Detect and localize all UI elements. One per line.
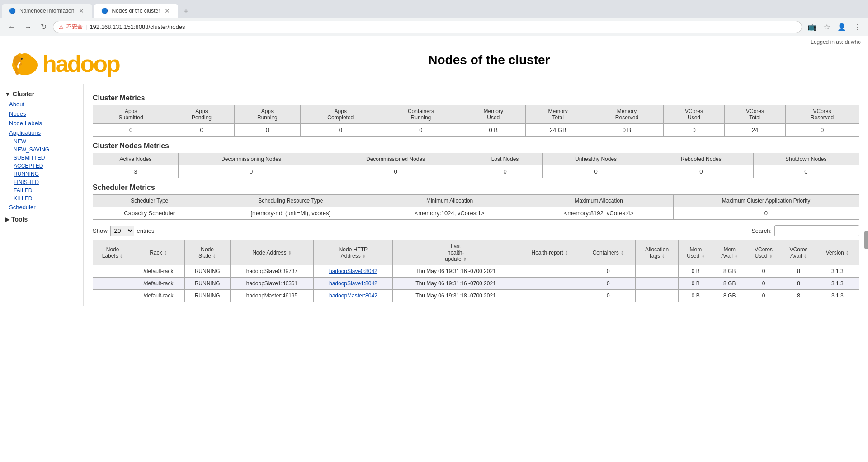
search-input[interactable] [774,225,859,236]
table-cell: 0 B [679,265,713,278]
cm-val-7: 0 B [590,124,664,137]
sm-header-4: Maximum Cluster Application Priority [673,195,859,207]
table-cell: 0 B [679,290,713,302]
table-cell: 0 [746,290,781,302]
table-cell: hadoopSlave1:46361 [230,278,314,290]
th-vcores-used[interactable]: VCoresUsed ⇕ [746,240,781,265]
table-cell: 8 [781,278,816,290]
reload-button[interactable]: ↻ [38,21,49,33]
table-cell: /default-rack [132,265,185,278]
cm-val-8: 0 [663,124,724,137]
th-rack[interactable]: Rack ⇕ [132,240,185,265]
sidebar-link-nodes[interactable]: Nodes [9,110,26,117]
th-mem-avail[interactable]: MemAvail ⇕ [713,240,746,265]
th-health-report[interactable]: Health-report ⇕ [519,240,581,265]
sidebar-item-running[interactable]: RUNNING [0,170,83,178]
th-node-address[interactable]: Node Address ⇕ [230,240,314,265]
sidebar-item-about[interactable]: About [0,99,83,109]
sidebar-link-submitted[interactable]: SUBMITTED [14,155,45,161]
sidebar-link-scheduler[interactable]: Scheduler [9,204,36,211]
profile-icon[interactable]: 👤 [835,21,848,33]
table-cell: Thu May 06 19:31:16 -0700 2021 [393,278,519,290]
svg-point-4 [21,58,23,60]
sidebar-link-applications[interactable]: Applications [9,129,41,136]
tab-close-2[interactable]: ✕ [164,7,171,14]
scrollbar[interactable] [864,231,868,249]
entries-select[interactable]: 10 20 50 100 [110,226,134,236]
address-bar[interactable]: ⚠ 不安全 | 192.168.131.151:8088/cluster/nod… [53,21,802,33]
hadoop-brand-text: hadoop [42,52,119,75]
address-separator: | [85,24,87,30]
sidebar-item-nodes[interactable]: Nodes [0,109,83,118]
sidebar-item-killed[interactable]: KILLED [0,194,83,203]
sm-header-3: Maximum Allocation [524,195,674,207]
table-cell[interactable]: hadoopSlave1:8042 [314,278,393,290]
show-entries-control: Show 10 20 50 100 entries [93,226,155,236]
sm-val-4: 0 [673,207,859,220]
th-version[interactable]: Version ⇕ [816,240,859,265]
sidebar-item-submitted[interactable]: SUBMITTED [0,154,83,162]
back-button[interactable]: ← [5,21,18,33]
page-header: Logged in as: dr.who [0,36,868,48]
table-row: /default-rackRUNNINGhadoopSlave1:46361ha… [93,278,859,290]
table-cell [519,290,581,302]
table-cell[interactable]: hadoopMaster:8042 [314,290,393,302]
table-cell: 8 [781,290,816,302]
table-cell [636,265,679,278]
cnm-val-3: 0 [467,165,542,178]
new-tab-button[interactable]: + [178,5,194,18]
sidebar-link-finished[interactable]: FINISHED [14,179,39,185]
th-containers[interactable]: Containers ⇕ [581,240,635,265]
sidebar-link-running[interactable]: RUNNING [14,171,39,177]
node-http-link[interactable]: hadoopMaster:8042 [329,292,377,299]
sidebar-item-accepted[interactable]: ACCEPTED [0,162,83,170]
sidebar-item-node-labels[interactable]: Node Labels [0,118,83,128]
tools-toggle-arrow: ▶ [5,216,9,223]
cast-icon[interactable]: 📺 [806,21,818,33]
page-wrapper: Logged in as: dr.who hadoop Nodes of the [0,36,868,462]
sidebar-cluster-toggle[interactable]: ▼ Cluster [0,89,83,99]
node-http-link[interactable]: hadoopSlave0:8042 [329,268,377,274]
th-node-http[interactable]: Node HTTPAddress ⇕ [314,240,393,265]
sidebar-link-new[interactable]: NEW [14,138,26,145]
sidebar-item-finished[interactable]: FINISHED [0,178,83,186]
sidebar-link-node-labels[interactable]: Node Labels [9,120,42,127]
th-node-state[interactable]: NodeState ⇕ [184,240,230,265]
cm-header-1: AppsPending [169,105,235,124]
sidebar-cluster-section: ▼ Cluster About Nodes Node Labels Applic… [0,89,83,212]
tab-cluster-nodes[interactable]: 🔵 Nodes of the cluster ✕ [94,4,178,18]
sidebar-link-about[interactable]: About [9,101,24,108]
sidebar-link-new-saving[interactable]: NEW_SAVING [14,146,49,153]
sidebar-link-killed[interactable]: KILLED [14,195,32,202]
th-node-labels[interactable]: NodeLabels ⇕ [93,240,132,265]
cm-val-1: 0 [169,124,235,137]
menu-icon[interactable]: ⋮ [852,21,863,33]
sidebar-item-applications[interactable]: Applications [0,128,83,137]
sidebar-tools-label: Tools [11,216,28,223]
sidebar-item-failed[interactable]: FAILED [0,186,83,194]
forward-button[interactable]: → [22,21,34,33]
bookmark-icon[interactable]: ☆ [822,21,832,33]
tab-namenode[interactable]: 🔵 Namenode information ✕ [2,4,92,18]
th-last-update[interactable]: Lasthealth-update ⇕ [393,240,519,265]
table-cell: 0 [581,265,635,278]
sidebar-link-accepted[interactable]: ACCEPTED [14,163,43,169]
th-mem-used[interactable]: MemUsed ⇕ [679,240,713,265]
sidebar-tools-toggle[interactable]: ▶ Tools [0,214,83,225]
th-vcores-avail[interactable]: VCoresAvail ⇕ [781,240,816,265]
logged-in-label: Logged in as: dr.who [811,39,861,45]
sidebar-item-scheduler[interactable]: Scheduler [0,203,83,212]
cm-header-5: MemoryUsed [461,105,526,124]
sidebar-item-new-saving[interactable]: NEW_SAVING [0,146,83,154]
sm-val-0: Capacity Scheduler [93,207,206,220]
sidebar-item-new[interactable]: NEW [0,137,83,146]
tab-close-1[interactable]: ✕ [78,7,85,14]
cm-header-0: AppsSubmitted [93,105,169,124]
table-cell [93,265,132,278]
hadoop-logo: hadoop [9,48,119,80]
th-allocation-tags[interactable]: AllocationTags ⇕ [636,240,679,265]
content-area: Cluster Metrics AppsSubmitted AppsPendin… [84,84,868,306]
node-http-link[interactable]: hadoopSlave1:8042 [329,280,377,287]
table-cell[interactable]: hadoopSlave0:8042 [314,265,393,278]
sidebar-link-failed[interactable]: FAILED [14,187,32,193]
